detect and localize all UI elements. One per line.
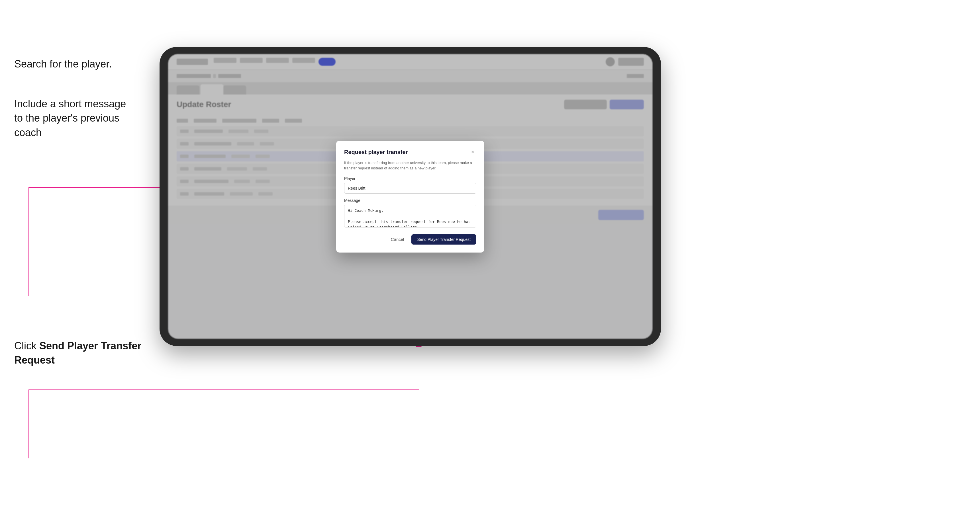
arrow-2-horizontal bbox=[29, 389, 419, 390]
modal-footer: Cancel Send Player Transfer Request bbox=[344, 234, 476, 244]
message-field-label: Message bbox=[344, 198, 476, 203]
arrow-1-horizontal bbox=[29, 187, 171, 188]
modal-overlay: Request player transfer × If the player … bbox=[168, 54, 652, 339]
modal-header: Request player transfer × bbox=[344, 149, 476, 156]
player-field-label: Player bbox=[344, 176, 476, 181]
step-2-text: Include a short message to the player's … bbox=[14, 97, 151, 140]
tablet-bezel: Update Roster bbox=[159, 47, 661, 346]
tablet-device: Update Roster bbox=[159, 47, 661, 346]
arrow-2-vertical bbox=[29, 390, 29, 459]
modal-close-button[interactable]: × bbox=[469, 149, 476, 156]
step-1-text: Search for the player. bbox=[14, 57, 112, 71]
arrow-1-vertical bbox=[29, 188, 29, 296]
annotation-area: Search for the player. Include a short m… bbox=[0, 0, 171, 527]
step-3-text: Click Send Player Transfer Request bbox=[14, 339, 151, 368]
message-textarea[interactable]: Hi Coach McHarg, Please accept this tran… bbox=[344, 205, 476, 227]
request-transfer-modal: Request player transfer × If the player … bbox=[336, 141, 484, 252]
send-transfer-request-button[interactable]: Send Player Transfer Request bbox=[411, 234, 476, 244]
modal-description: If the player is transferring from anoth… bbox=[344, 160, 476, 171]
player-search-input[interactable] bbox=[344, 183, 476, 194]
modal-title: Request player transfer bbox=[344, 149, 408, 156]
cancel-button[interactable]: Cancel bbox=[387, 235, 408, 244]
